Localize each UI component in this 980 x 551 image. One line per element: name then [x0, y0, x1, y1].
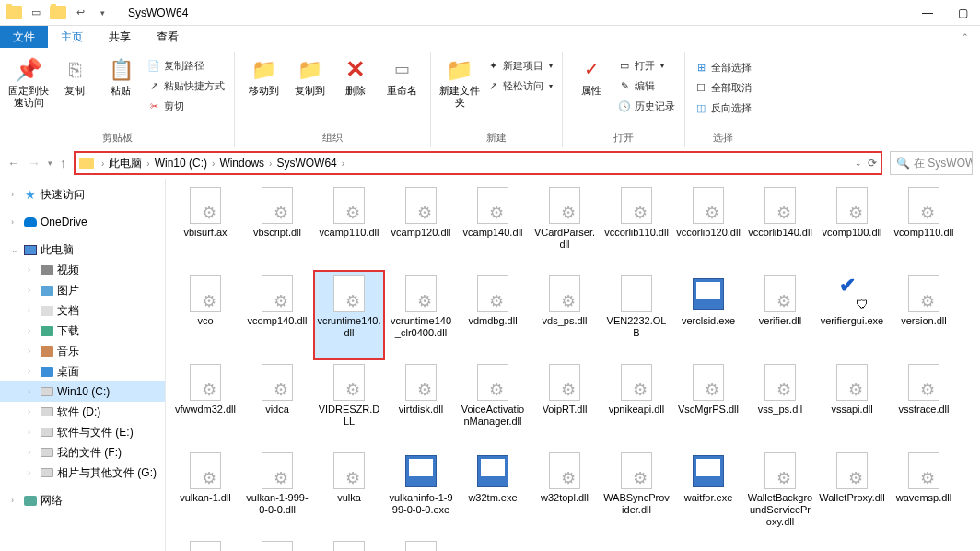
file-item[interactable]: vcomp110.dll	[889, 182, 959, 271]
file-item[interactable]: VIDRESZR.DLL	[314, 359, 384, 448]
file-item[interactable]: WalletProxy.dll	[817, 448, 887, 536]
tree-videos[interactable]: ›视频	[0, 260, 165, 280]
qat-more-icon[interactable]: ▾	[92, 3, 112, 23]
file-item[interactable]: w32topl.dll	[530, 448, 600, 536]
file-item[interactable]: vsstrace.dll	[889, 359, 959, 448]
file-item[interactable]: vcamp120.dll	[386, 182, 456, 271]
select-all-button[interactable]: ⊞全部选择	[691, 57, 755, 77]
crumb-sep[interactable]: ›	[99, 158, 106, 169]
file-item[interactable]: vccorlib140.dll	[745, 182, 815, 271]
file-item[interactable]: VCardParser.dll	[530, 182, 600, 271]
file-item[interactable]: vds_ps.dll	[530, 271, 600, 359]
open-button[interactable]: ▭打开▾	[614, 55, 679, 76]
refresh-button[interactable]: ⟳	[868, 157, 877, 170]
file-item[interactable]: wcmapi.dll	[242, 536, 312, 551]
file-item[interactable]: WalletBackgroundServiceProxy.dll	[745, 448, 815, 536]
qat-undo-icon[interactable]: ↩	[70, 3, 90, 23]
file-item[interactable]: vcruntime140.dll	[314, 271, 384, 359]
properties-button[interactable]: ✓属性	[568, 52, 614, 131]
qat-new-icon[interactable]	[48, 3, 68, 23]
file-item[interactable]: vcamp140.dll	[458, 182, 528, 271]
tab-home[interactable]: 主页	[48, 26, 96, 48]
crumb-c[interactable]: Win10 (C:)	[152, 157, 210, 170]
file-item[interactable]: vcomp140.dll	[242, 271, 312, 359]
file-item[interactable]: vcomp100.dll	[817, 182, 887, 271]
maximize-button[interactable]: ▢	[945, 0, 980, 26]
tree-downloads[interactable]: ›下载	[0, 321, 165, 341]
file-item[interactable]: VoipRT.dll	[530, 359, 600, 448]
copy-path-button[interactable]: 📄复制路径	[144, 55, 228, 76]
file-item[interactable]: vcamp110.dll	[314, 182, 384, 271]
file-item[interactable]: vbisurf.ax	[170, 182, 240, 271]
tab-view[interactable]: 查看	[144, 26, 192, 48]
file-item[interactable]: vulka	[314, 448, 384, 536]
move-to-button[interactable]: 📁移动到	[240, 52, 286, 131]
tree-drive-f[interactable]: ›我的文件 (F:)	[0, 442, 165, 463]
tree-network[interactable]: ›网络	[0, 490, 165, 510]
file-item[interactable]: wbemcomn.dll	[170, 536, 240, 551]
file-item[interactable]: vss_ps.dll	[745, 359, 815, 448]
file-item[interactable]: vccorlib110.dll	[601, 182, 671, 271]
file-item[interactable]: vcruntime140_clr0400.dll	[386, 271, 456, 359]
file-item[interactable]: vco	[170, 271, 240, 359]
file-item[interactable]: vfwwdm32.dll	[170, 359, 240, 448]
file-grid[interactable]: vbisurf.axvbscript.dllvcamp110.dllvcamp1…	[166, 179, 980, 551]
file-item[interactable]: verifier.dll	[745, 271, 815, 359]
up-button[interactable]: ↑	[60, 156, 66, 170]
file-item[interactable]: vssapi.dll	[817, 359, 887, 448]
tab-share[interactable]: 共享	[96, 26, 144, 48]
back-button[interactable]: ←	[7, 156, 20, 170]
paste-shortcut-button[interactable]: ↗粘贴快捷方式	[144, 76, 228, 96]
tree-drive-c[interactable]: ›Win10 (C:)	[0, 381, 165, 402]
minimize-button[interactable]: —	[910, 0, 945, 26]
new-item-button[interactable]: ✦新建项目▾	[483, 55, 556, 76]
tree-quick-access[interactable]: ›★快速访问	[0, 184, 165, 205]
ribbon-collapse-icon[interactable]: ⌃	[956, 26, 974, 48]
easy-access-button[interactable]: ↗轻松访问▾	[483, 76, 556, 96]
cut-button[interactable]: ✂剪切	[144, 96, 228, 116]
rename-button[interactable]: ▭重命名	[379, 52, 425, 131]
address-dropdown-icon[interactable]: ⌄	[855, 158, 862, 168]
file-item[interactable]: vulkan-1.dll	[170, 448, 240, 536]
file-item[interactable]: VoiceActivationManager.dll	[458, 359, 528, 448]
qat-properties-icon[interactable]: ▭	[26, 3, 46, 23]
file-item[interactable]: vulkan-1-999-0-0-0.dll	[242, 448, 312, 536]
forward-button[interactable]: →	[28, 156, 41, 170]
crumb-syswow64[interactable]: SysWOW64	[274, 157, 339, 170]
tree-music[interactable]: ›音乐	[0, 341, 165, 361]
tree-drive-e[interactable]: ›软件与文件 (E:)	[0, 422, 165, 442]
tree-this-pc[interactable]: ⌄此电脑	[0, 240, 165, 260]
pin-quick-access-button[interactable]: 📌 固定到快速访问	[6, 52, 52, 131]
tab-file[interactable]: 文件	[0, 26, 48, 48]
file-item[interactable]: version.dll	[889, 271, 959, 359]
edit-button[interactable]: ✎编辑	[614, 76, 679, 96]
file-item[interactable]: vbscript.dll	[242, 182, 312, 271]
address-bar[interactable]: › 此电脑 › Win10 (C:) › Windows › SysWOW64 …	[74, 151, 882, 175]
file-item[interactable]: virtdisk.dll	[386, 359, 456, 448]
new-folder-button[interactable]: 📁新建文件夹	[437, 52, 483, 131]
copy-to-button[interactable]: 📁复制到	[286, 52, 332, 131]
file-item[interactable]: VEN2232.OLB	[601, 271, 671, 359]
tree-drive-g[interactable]: ›相片与其他文件 (G:)	[0, 463, 165, 483]
file-item[interactable]: verclsid.exe	[673, 271, 743, 359]
file-item[interactable]: vulkaninfo-1-999-0-0-0.exe	[386, 448, 456, 536]
tree-pictures[interactable]: ›图片	[0, 280, 165, 300]
invert-selection-button[interactable]: ◫反向选择	[691, 98, 755, 118]
file-item[interactable]: w32tm.exe	[458, 448, 528, 536]
file-item[interactable]	[386, 536, 456, 551]
qat-folder-icon[interactable]	[4, 3, 24, 23]
paste-button[interactable]: 📋 粘贴	[98, 52, 144, 131]
crumb-pc[interactable]: 此电脑	[106, 156, 145, 171]
file-item[interactable]: vdmdbg.dll	[458, 271, 528, 359]
history-button[interactable]: 🕓历史记录	[614, 96, 679, 116]
file-item[interactable]: WcnApi.dll	[314, 536, 384, 551]
recent-locations-button[interactable]: ▾	[48, 158, 52, 168]
file-item[interactable]: vccorlib120.dll	[673, 182, 743, 271]
file-item[interactable]: vidca	[242, 359, 312, 448]
tree-drive-d[interactable]: ›软件 (D:)	[0, 402, 165, 422]
file-item[interactable]: wavemsp.dll	[889, 448, 959, 536]
search-input[interactable]: 🔍 在 SysWOW	[890, 151, 973, 175]
file-item[interactable]: waitfor.exe	[673, 448, 743, 536]
file-item[interactable]: verifiergui.exe	[817, 271, 887, 359]
file-item[interactable]: vpnikeapi.dll	[601, 359, 671, 448]
